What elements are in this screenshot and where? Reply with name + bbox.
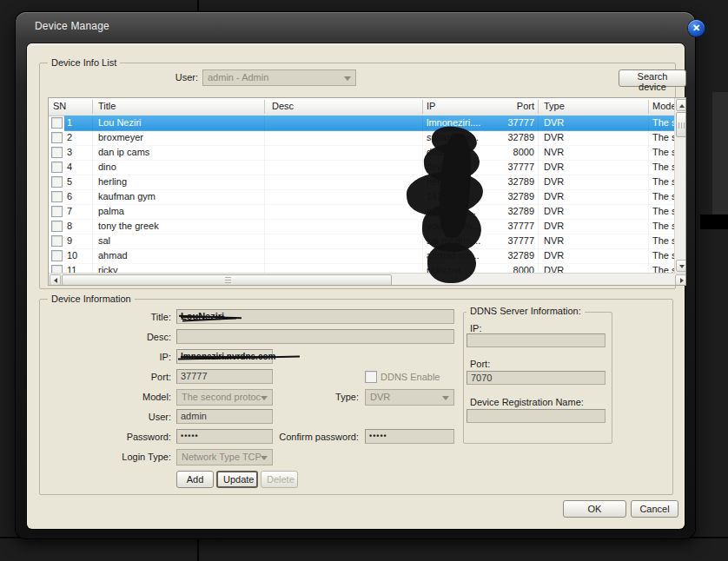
table-row[interactable]: 10 ahmad ahmad.nvr... 32789 DVR The s <box>49 248 674 263</box>
column-separator <box>538 100 539 114</box>
ddns-server-label: DDNS Server Information: <box>467 306 585 316</box>
add-button[interactable]: Add <box>176 471 214 488</box>
chevron-down-icon <box>261 396 268 400</box>
table-row[interactable]: 6 kaufman gym 142.54.7... 32789 DVR The … <box>49 189 674 204</box>
ddns-ip-field[interactable] <box>467 333 606 347</box>
thumb-grip-icon <box>678 122 685 129</box>
chevron-down-icon <box>344 76 351 81</box>
vertical-scrollbar[interactable] <box>674 98 686 273</box>
thumb-grip-icon <box>225 277 231 284</box>
scroll-right-button[interactable] <box>675 274 686 286</box>
type-dropdown[interactable]: DVR <box>365 389 454 406</box>
device-table: SN Title Desc IP Port Type Mode 1 Lou Ne… <box>48 97 686 286</box>
update-button[interactable]: Update <box>216 471 258 488</box>
row-checkbox[interactable] <box>51 132 63 143</box>
table-row[interactable]: 3 dan ip cams dhanm.n... 8000 NVR The s <box>49 145 674 160</box>
ddns-port-label: Port: <box>470 359 490 369</box>
type-dropdown-value: DVR <box>370 392 390 402</box>
table-row[interactable]: 9 sal sal.nvrdns.... 37777 NVR The s <box>49 234 674 248</box>
port-field-value: 37777 <box>181 371 208 381</box>
user-dropdown-label: User: <box>155 72 198 82</box>
user-dropdown-value: admin - Admin <box>208 72 268 82</box>
ok-button[interactable]: OK <box>563 500 626 518</box>
dialog-title: Device Manage <box>35 20 109 32</box>
login-type-dropdown[interactable]: Network Type TCP <box>176 449 273 465</box>
row-checkbox[interactable] <box>51 265 63 273</box>
desktop-background: { "window": { "title": "Device Manage", … <box>0 0 728 561</box>
arrow-left-icon <box>54 278 57 283</box>
column-line <box>648 116 649 273</box>
user-field-label: User: <box>102 412 171 422</box>
row-checkbox[interactable] <box>51 235 63 247</box>
table-row[interactable]: 5 herling herling.nvr... 32789 DVR The s <box>49 175 674 189</box>
row-checkbox[interactable] <box>51 162 63 173</box>
scroll-down-button[interactable] <box>676 260 686 272</box>
table-row[interactable]: 2 broxmeyer susanbrox... 32789 DVR The s <box>49 130 674 145</box>
col-header-title[interactable]: Title <box>98 101 116 111</box>
col-header-desc[interactable]: Desc <box>272 101 294 111</box>
ddns-enable-label: DDNS Enable <box>381 372 440 382</box>
col-header-port[interactable]: Port <box>487 101 534 111</box>
login-type-label: Login Type: <box>84 452 171 462</box>
ddns-reg-name-field[interactable] <box>467 409 606 423</box>
horizontal-scroll-thumb[interactable] <box>62 274 392 286</box>
col-header-sn[interactable]: SN <box>53 101 66 111</box>
user-field-value: admin <box>181 411 207 421</box>
ddns-enable-checkbox[interactable] <box>365 371 377 383</box>
scroll-left-button[interactable] <box>50 274 61 286</box>
table-row[interactable]: 4 dino dino.nvr... 37777 DVR The s <box>49 160 674 175</box>
user-field[interactable]: admin <box>176 409 273 424</box>
row-checkbox[interactable] <box>51 176 63 188</box>
desc-field[interactable] <box>176 329 454 344</box>
dialog-content: Device Info List User: admin - Admin Sea… <box>27 43 685 529</box>
model-dropdown[interactable]: The second protoc <box>176 389 273 406</box>
row-checkbox[interactable] <box>51 147 63 158</box>
user-dropdown[interactable]: admin - Admin <box>202 69 356 86</box>
port-field[interactable]: 37777 <box>176 369 273 384</box>
search-device-button[interactable]: Search device <box>619 69 686 87</box>
arrow-right-icon <box>680 278 684 283</box>
horizontal-scrollbar[interactable] <box>49 273 686 286</box>
confirm-password-label: Confirm password: <box>274 432 359 442</box>
row-checkbox[interactable] <box>51 221 63 232</box>
arrow-up-icon <box>679 104 685 108</box>
title-field-label: Title: <box>102 312 171 322</box>
model-field-label: Model: <box>102 392 171 402</box>
device-info-list-label: Device Info List <box>48 57 120 68</box>
type-field-label: Type: <box>300 392 359 402</box>
password-field[interactable]: ••••• <box>176 429 273 444</box>
device-information-label: Device Information <box>48 294 135 304</box>
column-line <box>264 116 265 273</box>
col-header-ip[interactable]: IP <box>427 101 435 111</box>
row-checkbox[interactable] <box>51 191 63 202</box>
title-field[interactable]: LouNeziri <box>176 309 454 324</box>
row-checkbox[interactable] <box>51 206 63 217</box>
column-separator <box>422 100 423 114</box>
table-row[interactable]: 8 tony the greek youmou.nv... 37777 DVR … <box>49 219 674 234</box>
login-type-value: Network Type TCP <box>182 452 261 462</box>
dialog-titlebar[interactable]: Device Manage ✕ <box>16 12 695 43</box>
password-field-label: Password: <box>102 432 171 442</box>
col-header-type[interactable]: Type <box>544 101 565 111</box>
confirm-password-field[interactable]: ••••• <box>365 429 454 444</box>
close-button[interactable]: ✕ <box>688 20 705 36</box>
model-dropdown-value: The second protoc <box>182 392 261 402</box>
delete-button[interactable]: Delete <box>261 471 298 488</box>
cancel-button[interactable]: Cancel <box>631 500 678 518</box>
scroll-up-button[interactable] <box>676 99 686 111</box>
col-header-mode[interactable]: Mode <box>652 101 677 111</box>
column-line <box>538 116 539 273</box>
table-row[interactable]: 11 ricky ricky.nvr... 8000 DVR The s <box>49 263 674 273</box>
row-checkbox[interactable] <box>51 117 63 129</box>
ddns-ip-label: IP: <box>470 323 481 333</box>
table-body: 1 Lou Neziri lmnoneziri.... 37777 DVR Th… <box>49 116 674 273</box>
table-row[interactable]: 1 Lou Neziri lmnoneziri.... 37777 DVR Th… <box>49 116 674 130</box>
ddns-reg-name-label: Device Registration Name: <box>470 397 584 407</box>
desc-field-label: Desc: <box>102 332 171 342</box>
ip-field[interactable]: lmnoneziri.nvrdns.com <box>176 349 273 364</box>
vertical-scroll-thumb[interactable] <box>676 112 686 137</box>
row-checkbox[interactable] <box>51 250 63 261</box>
ddns-port-field[interactable]: 7070 <box>467 371 606 385</box>
column-separator <box>92 100 93 114</box>
table-row[interactable]: 7 palma palma.dvr... 32789 DVR The s <box>49 204 674 219</box>
